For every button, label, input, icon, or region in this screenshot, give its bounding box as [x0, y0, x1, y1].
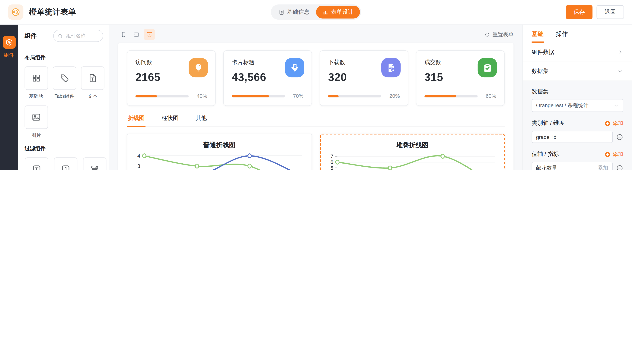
dataset-label: 数据集: [532, 88, 623, 96]
components-panel: 组件 布局组件基础块Tabs组件文本图片过滤组件文本输入框数字输入框开关组件单选…: [18, 25, 109, 170]
progress-percent: 40%: [194, 93, 207, 99]
dataset-select[interactable]: OrangeTest / 课程统计: [532, 99, 623, 112]
phone-icon: [120, 31, 127, 38]
svg-text:4: 4: [137, 153, 140, 159]
text-file-icon: [81, 66, 104, 90]
switch-icon: [83, 157, 106, 170]
progress-track: [232, 95, 285, 97]
save-button[interactable]: 保存: [566, 5, 592, 19]
stat-card-下载数[interactable]: 下载数32020%: [320, 50, 408, 106]
dimension-header: 类别轴 / 维度 添加: [532, 120, 623, 127]
bulb-icon: [189, 58, 208, 77]
mode-tab-基础信息[interactable]: 基础信息: [272, 6, 316, 18]
file-upload-icon: [381, 58, 401, 77]
chart-title: 普通折线图: [127, 141, 311, 150]
field-row-献花数量: 献花数量累加: [532, 162, 623, 170]
component-grid: 基础块Tabs组件文本图片: [25, 66, 102, 139]
inspector-tab-操作[interactable]: 操作: [556, 30, 568, 43]
stat-card-progress: 60%: [424, 93, 496, 99]
components-panel-title: 组件: [25, 32, 37, 40]
mode-tab-表单设计[interactable]: 表单设计: [316, 6, 360, 18]
metrics-label: 值轴 / 指标: [532, 150, 559, 158]
progress-track: [136, 95, 189, 97]
device-switcher: [118, 29, 157, 40]
component-item-文本[interactable]: 文本: [81, 66, 104, 100]
stat-card-访问数[interactable]: 访问数216540%: [127, 50, 216, 106]
dimension-fields: grade_id: [532, 131, 623, 143]
chart-tab-其他[interactable]: 其他: [196, 115, 207, 126]
component-search-input[interactable]: [65, 32, 99, 39]
chevron-down-icon: [617, 68, 623, 74]
reset-form-button[interactable]: 重置表单: [484, 31, 513, 38]
chevron-right-icon: [617, 50, 623, 55]
inspector-row-数据集[interactable]: 数据集: [523, 62, 632, 81]
component-sections: 布局组件基础块Tabs组件文本图片过滤组件文本输入框数字输入框开关组件单选组件复…: [18, 47, 109, 170]
dimension-label: 类别轴 / 维度: [532, 120, 565, 127]
bar-chart-mini-icon: [323, 9, 329, 15]
field-grade_id[interactable]: grade_id: [532, 131, 613, 143]
text-input-icon: [25, 157, 48, 170]
design-canvas: 重置表单 访问数216540%卡片标题43,56670%下载数32020%成交数…: [109, 25, 522, 170]
charts-grid: 普通折线图01234一年级二年级三年级四年级献花数量献花次数堆叠折线图01234…: [127, 134, 505, 170]
canvas-toolbar: 重置表单: [109, 25, 522, 43]
component-search[interactable]: [53, 30, 103, 42]
inspector-row-组件数据[interactable]: 组件数据: [523, 43, 632, 62]
metrics-header: 值轴 / 指标 添加: [532, 150, 623, 158]
row-label: 组件数据: [532, 49, 554, 56]
add-metric-button[interactable]: 添加: [604, 150, 623, 158]
hexagon-dot-icon: [5, 38, 13, 46]
section-title: 过滤组件: [25, 145, 102, 152]
component-item-数字输入框[interactable]: 数字输入框: [54, 157, 78, 170]
chevron-down-icon: [613, 103, 619, 108]
orange-citrus-icon: [11, 7, 21, 17]
svg-text:3: 3: [137, 163, 140, 169]
top-header: 橙单统计表单 基础信息表单设计 保存 返回: [0, 0, 632, 25]
stat-card-row: 访问数216540%卡片标题43,56670%下载数32020%成交数31560…: [127, 50, 505, 106]
component-item-开关组件[interactable]: 开关组件: [83, 157, 107, 170]
rail-item-components[interactable]: 组件: [0, 36, 18, 59]
component-item-基础块[interactable]: 基础块: [25, 66, 48, 100]
svg-text:6: 6: [330, 159, 333, 165]
device-desktop-button[interactable]: [144, 29, 155, 40]
stat-card-progress: 70%: [232, 93, 303, 99]
chart-plot: 01234一年级二年级三年级四年级: [127, 151, 311, 170]
progress-percent: 20%: [387, 93, 400, 99]
back-button[interactable]: 返回: [597, 5, 624, 19]
remove-field-button[interactable]: [616, 164, 623, 170]
chart-widget-stacked-line[interactable]: 堆叠折线图01234567一年级二年级三年级四年级献花数量献花次数: [320, 134, 505, 170]
page-title: 橙单统计表单: [29, 7, 76, 17]
chart-widget-normal-line[interactable]: 普通折线图01234一年级二年级三年级四年级献花数量献花次数: [127, 134, 312, 170]
component-label: 文本: [88, 93, 98, 100]
progress-track: [328, 95, 381, 97]
field-献花数量[interactable]: 献花数量累加: [532, 162, 613, 170]
progress-percent: 60%: [483, 93, 496, 99]
component-label: 基础块: [29, 93, 44, 100]
component-grid: 文本输入框数字输入框开关组件单选组件复选框下拉选择框级联选择框日期选择框日期范围…: [25, 157, 102, 170]
progress-percent: 70%: [290, 93, 303, 99]
metric-fields: 献花数量累加献花次数累加: [532, 162, 623, 170]
number-input-icon: [54, 157, 77, 170]
remove-field-button[interactable]: [616, 134, 623, 140]
stat-card-卡片标题[interactable]: 卡片标题43,56670%: [223, 50, 312, 106]
device-phone-button[interactable]: [118, 29, 129, 40]
clipboard-check-icon: [478, 58, 497, 77]
component-label: Tabs组件: [55, 93, 75, 100]
section-title: 布局组件: [25, 54, 102, 61]
refresh-icon: [484, 32, 490, 37]
component-label: 图片: [32, 132, 41, 139]
device-tablet-button[interactable]: [131, 29, 142, 40]
tablet-icon: [133, 31, 140, 38]
chart-tab-折线图[interactable]: 折线图: [128, 115, 145, 126]
chart-tab-柱状图[interactable]: 柱状图: [162, 115, 179, 126]
component-item-图片[interactable]: 图片: [25, 106, 48, 139]
plus-circle-icon: [604, 120, 610, 126]
search-icon: [58, 33, 63, 38]
components-button[interactable]: [3, 36, 16, 49]
stat-card-成交数[interactable]: 成交数31560%: [416, 50, 505, 106]
component-item-Tabs组件[interactable]: Tabs组件: [53, 66, 76, 100]
mode-tab-label: 基础信息: [287, 8, 309, 16]
component-item-文本输入框[interactable]: 文本输入框: [25, 157, 49, 170]
row-label: 数据集: [532, 68, 549, 75]
add-dimension-button[interactable]: 添加: [604, 120, 623, 127]
inspector-tab-基础[interactable]: 基础: [532, 30, 544, 43]
